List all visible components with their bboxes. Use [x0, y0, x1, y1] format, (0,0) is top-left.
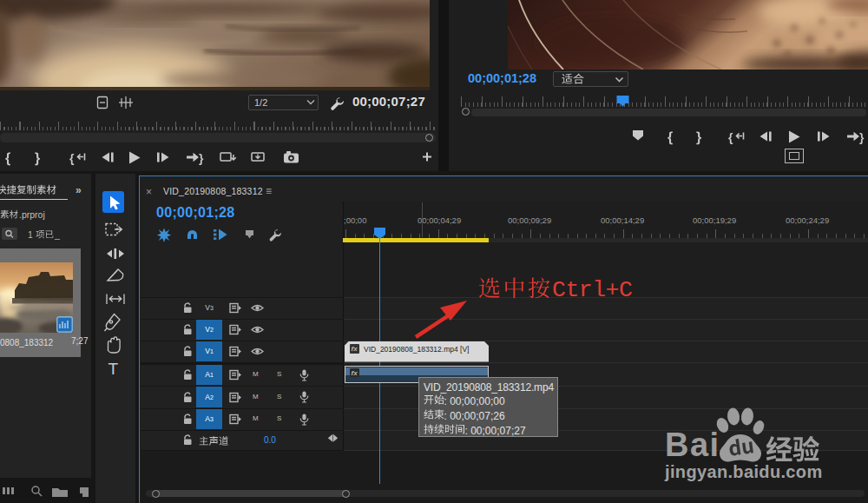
- svg-text:T: T: [108, 360, 119, 378]
